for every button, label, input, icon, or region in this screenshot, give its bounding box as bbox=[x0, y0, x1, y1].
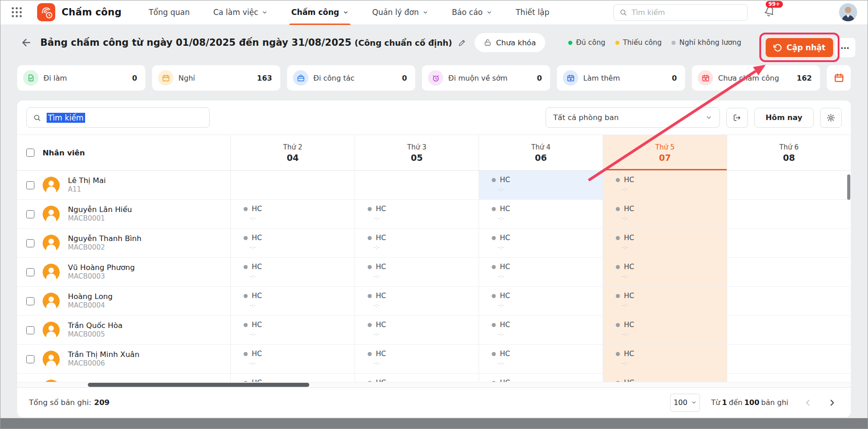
stat-chip-lam-them[interactable]: Làm thêm 0 bbox=[557, 65, 685, 91]
nav-item-bao-cao[interactable]: Báo cáo bbox=[452, 0, 492, 25]
attendance-cell[interactable] bbox=[727, 374, 851, 382]
stat-chip-di-lam[interactable]: Đi làm 0 bbox=[17, 65, 145, 91]
attendance-cell[interactable]: HC -:- bbox=[603, 229, 727, 257]
employee-cell: Trần Quốc Hòa MACB0005 bbox=[17, 316, 230, 344]
stat-chip-di-cong-tac[interactable]: Đi công tác 0 bbox=[287, 65, 415, 91]
table-search-input[interactable]: Tìm kiếm bbox=[26, 107, 210, 128]
attendance-cell[interactable]: HC -:- bbox=[603, 374, 727, 382]
row-checkbox[interactable] bbox=[26, 268, 34, 276]
settings-button[interactable] bbox=[820, 108, 842, 128]
nav-item-tong-quan[interactable]: Tổng quan bbox=[149, 0, 190, 25]
attendance-cell[interactable]: HC -:- bbox=[479, 287, 603, 315]
day-column-header-06[interactable]: Thứ 4 06 bbox=[479, 135, 603, 170]
attendance-cell[interactable]: HC -:- bbox=[355, 287, 479, 315]
attendance-cell[interactable]: HC -:- bbox=[603, 287, 727, 315]
nav-item-cham-cong[interactable]: Chấm công bbox=[291, 0, 349, 25]
attendance-cell[interactable]: HC -:- bbox=[230, 287, 355, 315]
update-button[interactable]: Cập nhật bbox=[766, 38, 833, 57]
notifications-button[interactable]: 99+ bbox=[764, 6, 775, 19]
day-column-header-04[interactable]: Thứ 2 04 bbox=[230, 135, 355, 170]
attendance-cell[interactable]: HC -:- bbox=[355, 200, 479, 228]
row-checkbox[interactable] bbox=[26, 210, 34, 218]
more-actions-button[interactable] bbox=[835, 38, 855, 57]
attendance-cell[interactable]: HC -:- bbox=[603, 171, 727, 199]
attendance-cell[interactable]: HC -:- bbox=[355, 258, 479, 286]
attendance-cell[interactable] bbox=[727, 258, 851, 286]
status-dot-icon bbox=[368, 294, 372, 298]
shift-code: HC bbox=[624, 263, 634, 271]
row-checkbox[interactable] bbox=[26, 297, 34, 305]
select-all-checkbox[interactable] bbox=[26, 149, 34, 157]
attendance-cell[interactable] bbox=[727, 287, 851, 315]
attendance-cell[interactable] bbox=[727, 345, 851, 373]
calendar-view-button[interactable] bbox=[827, 65, 851, 91]
day-column-header-08[interactable]: Thứ 6 08 bbox=[727, 135, 851, 170]
attendance-cell[interactable]: HC -:- bbox=[230, 258, 355, 286]
page-size-select[interactable]: 100 bbox=[670, 394, 700, 412]
attendance-cell[interactable]: HC -:- bbox=[479, 345, 603, 373]
vertical-scrollbar-thumb[interactable] bbox=[847, 174, 850, 200]
attendance-cell[interactable]: HC -:- bbox=[479, 374, 603, 382]
attendance-cell[interactable]: HC -:- bbox=[355, 229, 479, 257]
attendance-cell[interactable]: HC -:- bbox=[355, 345, 479, 373]
horizontal-scrollbar-thumb[interactable] bbox=[88, 383, 309, 387]
attendance-cell[interactable]: HC -:- bbox=[230, 316, 355, 344]
global-search-input[interactable]: Tìm kiếm bbox=[614, 4, 748, 21]
edit-pencil-icon[interactable] bbox=[458, 39, 466, 47]
day-column-header-07[interactable]: Thứ 5 07 bbox=[603, 135, 727, 170]
stat-chip-nghi[interactable]: Nghỉ 163 bbox=[152, 65, 280, 91]
stat-chip-chua-cham-cong[interactable]: Chưa chấm công 162 bbox=[692, 65, 820, 91]
attendance-cell[interactable]: HC -:- bbox=[230, 345, 355, 373]
employee-name: Vũ Hoàng Phương bbox=[68, 263, 135, 272]
attendance-cell[interactable]: HC -:- bbox=[355, 374, 479, 382]
attendance-cell[interactable]: HC -:- bbox=[479, 200, 603, 228]
attendance-cell[interactable]: HC -:- bbox=[603, 200, 727, 228]
department-select[interactable]: Tất cả phòng ban bbox=[546, 107, 720, 128]
day-column-header-05[interactable]: Thứ 3 05 bbox=[355, 135, 479, 170]
attendance-cell[interactable]: HC -:- bbox=[230, 374, 355, 382]
user-avatar[interactable] bbox=[839, 3, 857, 21]
attendance-cell[interactable]: HC -:- bbox=[479, 229, 603, 257]
next-page-button[interactable] bbox=[825, 398, 839, 408]
attendance-cell[interactable] bbox=[230, 171, 355, 199]
export-button[interactable] bbox=[726, 108, 748, 128]
previous-page-button[interactable] bbox=[801, 398, 815, 408]
attendance-cell[interactable]: HC -:- bbox=[355, 316, 479, 344]
attendance-cell[interactable]: HC -:- bbox=[479, 316, 603, 344]
row-checkbox[interactable] bbox=[26, 326, 34, 334]
status-dot-icon bbox=[616, 178, 620, 182]
status-dot-icon bbox=[616, 207, 620, 211]
attendance-cell[interactable] bbox=[727, 229, 851, 257]
lock-status-pill[interactable]: Chưa khóa bbox=[475, 33, 545, 52]
shift-time: -:- bbox=[374, 302, 479, 308]
status-dot-icon bbox=[492, 294, 496, 298]
attendance-cell[interactable]: HC -:- bbox=[603, 316, 727, 344]
nav-item-thiet-lap[interactable]: Thiết lập bbox=[516, 0, 549, 25]
today-button[interactable]: Hôm nay bbox=[754, 108, 814, 128]
attendance-cell[interactable]: HC -:- bbox=[603, 258, 727, 286]
shift-code: HC bbox=[376, 263, 386, 271]
row-checkbox[interactable] bbox=[26, 239, 34, 247]
attendance-cell[interactable]: HC -:- bbox=[230, 200, 355, 228]
shift-time: -:- bbox=[249, 215, 355, 222]
row-checkbox[interactable] bbox=[26, 355, 34, 363]
attendance-cell[interactable]: HC -:- bbox=[603, 345, 727, 373]
attendance-cell[interactable]: HC -:- bbox=[479, 171, 603, 199]
attendance-cell[interactable] bbox=[355, 171, 479, 199]
employee-avatar-icon bbox=[43, 264, 60, 281]
attendance-cell[interactable]: HC -:- bbox=[230, 229, 355, 257]
row-checkbox[interactable] bbox=[26, 181, 34, 189]
attendance-cell[interactable]: HC -:- bbox=[479, 258, 603, 286]
chevron-down-icon bbox=[486, 10, 492, 15]
attendance-cell[interactable] bbox=[727, 200, 851, 228]
stat-chip-di-muon-ve-som[interactable]: Đi muộn về sớm 0 bbox=[422, 65, 550, 91]
status-dot-icon bbox=[492, 178, 496, 182]
nav-item-ca-lam-viec[interactable]: Ca làm việc bbox=[213, 0, 268, 25]
attendance-cell[interactable] bbox=[727, 171, 851, 199]
app-launcher-grid-icon[interactable] bbox=[11, 6, 23, 18]
back-arrow-icon[interactable] bbox=[20, 37, 32, 48]
calendar-icon bbox=[158, 70, 173, 86]
attendance-cell[interactable] bbox=[727, 316, 851, 344]
status-dot-icon bbox=[492, 207, 496, 211]
nav-item-quan-ly-don[interactable]: Quản lý đơn bbox=[372, 0, 428, 25]
